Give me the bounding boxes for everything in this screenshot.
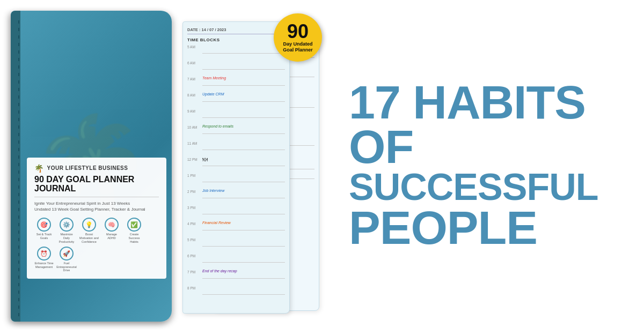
divider	[34, 197, 159, 197]
task-team-meeting: Team Meeting	[202, 76, 226, 80]
time-6am: 6 AM	[187, 60, 202, 65]
icon-adhd: 🧠 Manage ADHD	[102, 218, 121, 243]
icon-drive: 🚀 Fuel Entrepreneurial Drive	[57, 247, 76, 272]
page1-header: DATE : 14 / 07 / 2023	[187, 27, 285, 34]
time-3pm: 3 PM	[187, 205, 202, 210]
page1-section: TIME BLOCKS	[187, 38, 285, 42]
journal-label: 🌴 YOUR LIFESTYLE BUSINESS 90 DAY GOAL PL…	[27, 158, 166, 279]
time-block-5am: 5 AM	[187, 44, 285, 56]
time-6pm: 6 PM	[187, 253, 202, 258]
time-block-7pm: 7 PM End of the day recap	[187, 269, 285, 281]
motivation-icon: 💡	[82, 218, 96, 232]
icon-motivation: 💡 Boost Motivation and Confidence	[79, 218, 99, 243]
icons-row: 🎯 Set & Track Goals ⚙️ Maximize Daily Pr…	[34, 218, 159, 272]
palm-icon: 🌴	[34, 164, 44, 173]
time-11am: 11 AM	[187, 140, 202, 145]
time-8pm: 8 PM	[187, 285, 202, 290]
productivity-label: Maximize Daily Productivity	[57, 233, 76, 243]
task-financial-review: Financial Review	[202, 221, 231, 225]
goals-label: Set & Track Goals	[34, 233, 54, 240]
drive-icon: 🚀	[60, 247, 74, 260]
time-7pm: 7 PM	[187, 269, 202, 274]
motivation-label: Boost Motivation and Confidence	[79, 233, 99, 243]
brand-name: YOUR LIFESTYLE BUSINESS	[47, 165, 128, 171]
time-block-9am: 9 AM	[187, 108, 285, 120]
journal-title: 90 DAY GOAL PLANNER JOURNAL	[34, 175, 159, 193]
right-section: 17 HABITS OF SUCCESSFUL PEOPLE	[343, 0, 644, 335]
time-4pm: 4 PM	[187, 221, 202, 226]
time-block-5pm: 5 PM	[187, 237, 285, 249]
page-back-1: DATE : 14 / 07 / 2023 TIME BLOCKS 5 AM 6…	[182, 21, 290, 314]
headline-line3: PEOPLE	[349, 205, 628, 250]
icon-productivity: ⚙️ Maximize Daily Productivity	[57, 218, 76, 243]
time-icon: ⏰	[37, 247, 51, 260]
time-12pm: 12 PM	[187, 157, 202, 161]
time-10am: 10 AM	[187, 124, 202, 129]
productivity-icon: ⚙️	[60, 218, 74, 232]
headline-line1: 17 HABITS OF	[349, 80, 628, 169]
time-1pm: 1 PM	[187, 173, 202, 177]
brand-row: 🌴 YOUR LIFESTYLE BUSINESS	[34, 164, 159, 173]
task-update-crm: Update CRM	[202, 92, 224, 96]
drive-label: Fuel Entrepreneurial Drive	[56, 262, 77, 272]
task-eod-recap: End of the day recap	[202, 269, 237, 273]
goals-icon: 🎯	[37, 218, 51, 232]
badge-number: 90	[287, 22, 309, 41]
time-block-6pm: 6 PM	[187, 253, 285, 265]
time-9am: 9 AM	[187, 108, 202, 113]
time-block-7am: 7 AM Team Meeting	[187, 76, 285, 88]
icon-habits: ✅ Create Success Habits	[125, 218, 144, 243]
adhd-label: Manage ADHD	[102, 233, 121, 240]
left-section: 90 Day UndatedGoal Planner REFLECTION an…	[0, 0, 333, 335]
time-8am: 8 AM	[187, 92, 202, 97]
time-block-12pm: 12 PM 🍽	[187, 157, 285, 168]
time-block-1pm: 1 PM	[187, 173, 285, 184]
time-2pm: 2 PM	[187, 189, 202, 193]
badge-90: 90 Day UndatedGoal Planner	[274, 13, 322, 62]
journal-book: 🌴 🌴 YOUR LIFESTYLE BUSINESS 90 DAY GOAL …	[11, 11, 172, 322]
time-5pm: 5 PM	[187, 237, 202, 242]
time-block-3pm: 3 PM	[187, 205, 285, 217]
task-respond-emails: Respond to emails	[202, 124, 233, 128]
icon-time: ⏰ Enhance Time Management	[34, 247, 54, 272]
time-block-8pm: 8 PM	[187, 285, 285, 297]
time-block-8am: 8 AM Update CRM	[187, 92, 285, 104]
badge-text: Day UndatedGoal Planner	[283, 41, 313, 53]
time-5am: 5 AM	[187, 44, 202, 49]
icon-goals: 🎯 Set & Track Goals	[34, 218, 54, 243]
journal-subtitle2: Undated 13 Week Goal Setting Planner, Tr…	[34, 206, 159, 212]
time-7am: 7 AM	[187, 76, 202, 81]
time-block-10am: 10 AM Respond to emails	[187, 124, 285, 136]
time-block-6am: 6 AM	[187, 60, 285, 72]
headline: 17 HABITS OF SUCCESSFUL PEOPLE	[349, 80, 628, 250]
time-block-4pm: 4 PM Financial Review	[187, 221, 285, 233]
time-block-2pm: 2 PM Job Interview	[187, 189, 285, 200]
habits-icon: ✅	[127, 218, 141, 232]
time-label: Enhance Time Management	[34, 262, 54, 269]
time-block-11am: 11 AM	[187, 140, 285, 152]
task-job-interview: Job Interview	[202, 189, 224, 192]
headline-line2: SUCCESSFUL	[349, 169, 628, 205]
journal-subtitle1: Ignite Your Entrepreneurial Spirit in Ju…	[34, 200, 159, 206]
adhd-icon: 🧠	[105, 218, 119, 232]
habits-label: Create Success Habits	[125, 233, 144, 243]
